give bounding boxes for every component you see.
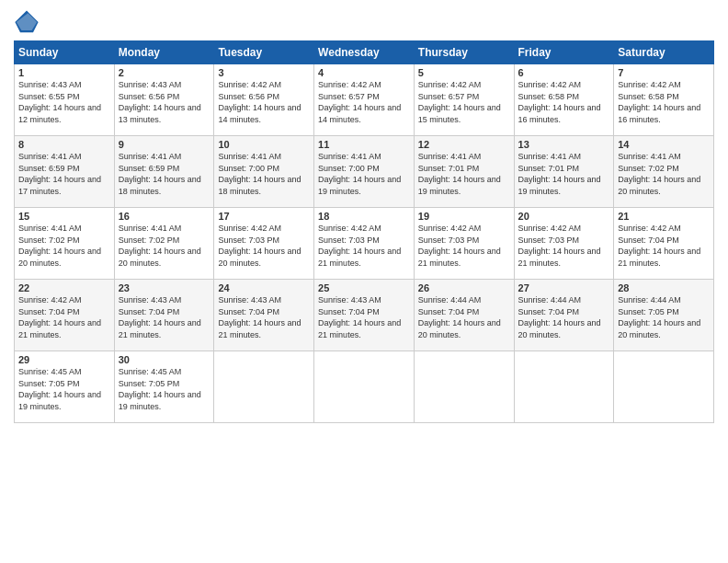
calendar-cell: 23Sunrise: 4:43 AMSunset: 7:04 PMDayligh… — [114, 280, 214, 351]
calendar-cell: 6Sunrise: 4:42 AMSunset: 6:58 PMDaylight… — [514, 64, 614, 136]
calendar-cell: 21Sunrise: 4:42 AMSunset: 7:04 PMDayligh… — [614, 208, 714, 280]
logo — [14, 9, 45, 35]
calendar-page: SundayMondayTuesdayWednesdayThursdayFrid… — [0, 0, 728, 563]
calendar-header: SundayMondayTuesdayWednesdayThursdayFrid… — [15, 41, 714, 64]
day-number: 6 — [518, 67, 610, 78]
day-number: 18 — [318, 211, 410, 222]
calendar-cell: 4Sunrise: 4:42 AMSunset: 6:57 PMDaylight… — [314, 64, 415, 136]
day-info: Sunrise: 4:41 AMSunset: 6:59 PMDaylight:… — [18, 152, 101, 196]
calendar-week-2: 8Sunrise: 4:41 AMSunset: 6:59 PMDaylight… — [15, 136, 714, 208]
calendar-cell: 28Sunrise: 4:44 AMSunset: 7:05 PMDayligh… — [614, 280, 714, 351]
day-info: Sunrise: 4:42 AMSunset: 6:57 PMDaylight:… — [418, 80, 501, 124]
day-info: Sunrise: 4:43 AMSunset: 7:04 PMDaylight:… — [218, 295, 301, 339]
calendar-cell: 17Sunrise: 4:42 AMSunset: 7:03 PMDayligh… — [214, 208, 314, 280]
day-number: 30 — [119, 354, 210, 365]
day-info: Sunrise: 4:41 AMSunset: 7:00 PMDaylight:… — [318, 152, 401, 196]
calendar-cell: 16Sunrise: 4:41 AMSunset: 7:02 PMDayligh… — [114, 208, 214, 280]
calendar-cell: 11Sunrise: 4:41 AMSunset: 7:00 PMDayligh… — [314, 136, 415, 208]
calendar-cell: 8Sunrise: 4:41 AMSunset: 6:59 PMDaylight… — [15, 136, 115, 208]
day-info: Sunrise: 4:43 AMSunset: 6:56 PMDaylight:… — [119, 80, 201, 124]
day-info: Sunrise: 4:44 AMSunset: 7:04 PMDaylight:… — [518, 295, 601, 339]
day-info: Sunrise: 4:41 AMSunset: 7:02 PMDaylight:… — [119, 224, 201, 268]
weekday-header-monday: Monday — [114, 41, 214, 64]
day-info: Sunrise: 4:42 AMSunset: 6:57 PMDaylight:… — [318, 80, 401, 124]
calendar-cell: 2Sunrise: 4:43 AMSunset: 6:56 PMDaylight… — [114, 64, 214, 136]
weekday-header-tuesday: Tuesday — [214, 41, 314, 64]
calendar-week-1: 1Sunrise: 4:43 AMSunset: 6:55 PMDaylight… — [15, 64, 714, 136]
day-info: Sunrise: 4:42 AMSunset: 6:58 PMDaylight:… — [618, 80, 700, 124]
day-number: 25 — [318, 282, 410, 293]
logo-icon — [14, 9, 40, 35]
day-number: 8 — [18, 139, 110, 150]
calendar-cell: 24Sunrise: 4:43 AMSunset: 7:04 PMDayligh… — [214, 280, 314, 351]
day-info: Sunrise: 4:41 AMSunset: 6:59 PMDaylight:… — [119, 152, 201, 196]
day-number: 2 — [119, 67, 210, 78]
day-info: Sunrise: 4:42 AMSunset: 7:03 PMDaylight:… — [318, 224, 401, 268]
day-number: 4 — [318, 67, 410, 78]
day-info: Sunrise: 4:42 AMSunset: 7:04 PMDaylight:… — [618, 224, 700, 268]
calendar-cell: 19Sunrise: 4:42 AMSunset: 7:03 PMDayligh… — [414, 208, 514, 280]
day-number: 1 — [18, 67, 110, 78]
weekday-header-sunday: Sunday — [15, 41, 115, 64]
day-number: 22 — [18, 282, 110, 293]
weekday-header-thursday: Thursday — [414, 41, 514, 64]
calendar-week-5: 29Sunrise: 4:45 AMSunset: 7:05 PMDayligh… — [15, 351, 714, 423]
day-number: 21 — [618, 211, 710, 222]
day-number: 29 — [18, 354, 110, 365]
day-number: 7 — [618, 67, 710, 78]
calendar-cell: 22Sunrise: 4:42 AMSunset: 7:04 PMDayligh… — [15, 280, 115, 351]
day-number: 17 — [218, 211, 310, 222]
calendar-body: 1Sunrise: 4:43 AMSunset: 6:55 PMDaylight… — [15, 64, 714, 423]
day-number: 11 — [318, 139, 410, 150]
calendar-cell: 9Sunrise: 4:41 AMSunset: 6:59 PMDaylight… — [114, 136, 214, 208]
day-number: 15 — [18, 211, 110, 222]
day-number: 16 — [119, 211, 210, 222]
day-info: Sunrise: 4:42 AMSunset: 7:04 PMDaylight:… — [18, 295, 101, 339]
calendar-week-3: 15Sunrise: 4:41 AMSunset: 7:02 PMDayligh… — [15, 208, 714, 280]
calendar-cell: 20Sunrise: 4:42 AMSunset: 7:03 PMDayligh… — [514, 208, 614, 280]
calendar-cell: 29Sunrise: 4:45 AMSunset: 7:05 PMDayligh… — [15, 351, 115, 423]
calendar-cell: 7Sunrise: 4:42 AMSunset: 6:58 PMDaylight… — [614, 64, 714, 136]
day-number: 27 — [518, 282, 610, 293]
calendar-cell: 15Sunrise: 4:41 AMSunset: 7:02 PMDayligh… — [15, 208, 115, 280]
day-info: Sunrise: 4:42 AMSunset: 7:03 PMDaylight:… — [518, 224, 601, 268]
day-number: 12 — [418, 139, 510, 150]
day-info: Sunrise: 4:41 AMSunset: 7:00 PMDaylight:… — [218, 152, 301, 196]
day-info: Sunrise: 4:44 AMSunset: 7:05 PMDaylight:… — [618, 295, 700, 339]
calendar-cell: 27Sunrise: 4:44 AMSunset: 7:04 PMDayligh… — [514, 280, 614, 351]
calendar-cell: 12Sunrise: 4:41 AMSunset: 7:01 PMDayligh… — [414, 136, 514, 208]
day-number: 10 — [218, 139, 310, 150]
calendar-cell — [314, 351, 415, 423]
weekday-header-wednesday: Wednesday — [314, 41, 415, 64]
calendar-cell: 30Sunrise: 4:45 AMSunset: 7:05 PMDayligh… — [114, 351, 214, 423]
day-info: Sunrise: 4:43 AMSunset: 7:04 PMDaylight:… — [119, 295, 201, 339]
day-info: Sunrise: 4:42 AMSunset: 6:58 PMDaylight:… — [518, 80, 601, 124]
calendar-cell: 10Sunrise: 4:41 AMSunset: 7:00 PMDayligh… — [214, 136, 314, 208]
weekday-header-friday: Friday — [514, 41, 614, 64]
header — [14, 9, 714, 35]
day-number: 13 — [518, 139, 610, 150]
weekday-header-saturday: Saturday — [614, 41, 714, 64]
day-number: 19 — [418, 211, 510, 222]
day-info: Sunrise: 4:41 AMSunset: 7:01 PMDaylight:… — [418, 152, 501, 196]
day-info: Sunrise: 4:43 AMSunset: 7:04 PMDaylight:… — [318, 295, 401, 339]
day-info: Sunrise: 4:45 AMSunset: 7:05 PMDaylight:… — [119, 367, 201, 411]
calendar-cell: 1Sunrise: 4:43 AMSunset: 6:55 PMDaylight… — [15, 64, 115, 136]
calendar-cell: 25Sunrise: 4:43 AMSunset: 7:04 PMDayligh… — [314, 280, 415, 351]
day-number: 14 — [618, 139, 710, 150]
calendar-cell: 26Sunrise: 4:44 AMSunset: 7:04 PMDayligh… — [414, 280, 514, 351]
calendar-cell: 18Sunrise: 4:42 AMSunset: 7:03 PMDayligh… — [314, 208, 415, 280]
calendar-cell: 14Sunrise: 4:41 AMSunset: 7:02 PMDayligh… — [614, 136, 714, 208]
day-info: Sunrise: 4:43 AMSunset: 6:55 PMDaylight:… — [18, 80, 101, 124]
day-info: Sunrise: 4:42 AMSunset: 7:03 PMDaylight:… — [418, 224, 501, 268]
day-info: Sunrise: 4:41 AMSunset: 7:02 PMDaylight:… — [618, 152, 700, 196]
day-number: 23 — [119, 282, 210, 293]
day-info: Sunrise: 4:41 AMSunset: 7:02 PMDaylight:… — [18, 224, 101, 268]
day-number: 9 — [119, 139, 210, 150]
day-number: 24 — [218, 282, 310, 293]
calendar-cell — [614, 351, 714, 423]
calendar-table: SundayMondayTuesdayWednesdayThursdayFrid… — [14, 40, 714, 423]
calendar-cell — [414, 351, 514, 423]
calendar-cell: 3Sunrise: 4:42 AMSunset: 6:56 PMDaylight… — [214, 64, 314, 136]
day-number: 3 — [218, 67, 310, 78]
